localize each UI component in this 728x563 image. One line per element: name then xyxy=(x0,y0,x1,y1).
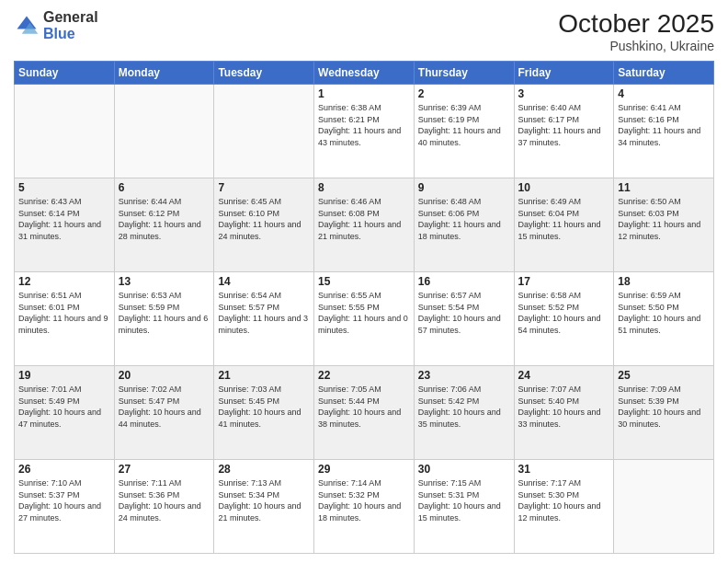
weekday-header: Wednesday xyxy=(314,62,415,85)
calendar-week-row: 5Sunrise: 6:43 AM Sunset: 6:14 PM Daylig… xyxy=(15,178,714,272)
day-info: Sunrise: 6:46 AM Sunset: 6:08 PM Dayligh… xyxy=(318,196,410,242)
day-number: 30 xyxy=(418,463,510,476)
calendar-week-row: 19Sunrise: 7:01 AM Sunset: 5:49 PM Dayli… xyxy=(15,366,714,460)
calendar-cell: 13Sunrise: 6:53 AM Sunset: 5:59 PM Dayli… xyxy=(114,272,214,366)
day-number: 31 xyxy=(518,463,610,476)
calendar-body: 1Sunrise: 6:38 AM Sunset: 6:21 PM Daylig… xyxy=(15,85,714,554)
day-number: 12 xyxy=(18,275,110,288)
day-info: Sunrise: 7:09 AM Sunset: 5:39 PM Dayligh… xyxy=(618,384,710,430)
logo: General Blue xyxy=(14,9,98,41)
day-info: Sunrise: 6:51 AM Sunset: 6:01 PM Dayligh… xyxy=(18,290,110,336)
logo-general: General xyxy=(43,9,98,25)
day-number: 14 xyxy=(218,275,310,288)
day-number: 24 xyxy=(518,369,610,382)
day-info: Sunrise: 7:14 AM Sunset: 5:32 PM Dayligh… xyxy=(318,477,410,523)
day-info: Sunrise: 6:39 AM Sunset: 6:19 PM Dayligh… xyxy=(418,102,510,148)
title-block: October 2025 Pushkino, Ukraine xyxy=(558,9,714,53)
day-info: Sunrise: 7:01 AM Sunset: 5:49 PM Dayligh… xyxy=(18,384,110,430)
day-number: 8 xyxy=(318,181,410,194)
calendar-cell: 1Sunrise: 6:38 AM Sunset: 6:21 PM Daylig… xyxy=(314,85,415,178)
calendar-cell: 6Sunrise: 6:44 AM Sunset: 6:12 PM Daylig… xyxy=(114,178,214,272)
calendar-cell: 23Sunrise: 7:06 AM Sunset: 5:42 PM Dayli… xyxy=(414,366,514,460)
day-info: Sunrise: 6:40 AM Sunset: 6:17 PM Dayligh… xyxy=(518,102,610,148)
calendar-cell: 21Sunrise: 7:03 AM Sunset: 5:45 PM Dayli… xyxy=(214,366,314,460)
day-info: Sunrise: 7:10 AM Sunset: 5:37 PM Dayligh… xyxy=(18,477,110,523)
calendar-cell: 7Sunrise: 6:45 AM Sunset: 6:10 PM Daylig… xyxy=(214,178,314,272)
calendar-cell: 19Sunrise: 7:01 AM Sunset: 5:49 PM Dayli… xyxy=(15,366,115,460)
day-number: 10 xyxy=(518,181,610,194)
calendar-week-row: 26Sunrise: 7:10 AM Sunset: 5:37 PM Dayli… xyxy=(15,460,714,554)
day-number: 7 xyxy=(218,181,310,194)
day-number: 4 xyxy=(618,87,710,100)
calendar-table: SundayMondayTuesdayWednesdayThursdayFrid… xyxy=(14,61,714,554)
day-info: Sunrise: 6:49 AM Sunset: 6:04 PM Dayligh… xyxy=(518,196,610,242)
day-info: Sunrise: 6:41 AM Sunset: 6:16 PM Dayligh… xyxy=(618,102,710,148)
day-number: 5 xyxy=(18,181,110,194)
day-number: 6 xyxy=(119,181,210,194)
day-info: Sunrise: 6:38 AM Sunset: 6:21 PM Dayligh… xyxy=(318,102,410,148)
logo-blue: Blue xyxy=(43,26,75,41)
weekday-header: Thursday xyxy=(414,62,514,85)
day-number: 9 xyxy=(418,181,510,194)
day-info: Sunrise: 7:05 AM Sunset: 5:44 PM Dayligh… xyxy=(318,384,410,430)
calendar-title: October 2025 xyxy=(558,9,714,39)
day-number: 13 xyxy=(119,275,210,288)
day-info: Sunrise: 6:44 AM Sunset: 6:12 PM Dayligh… xyxy=(119,196,210,242)
day-number: 28 xyxy=(218,463,310,476)
day-number: 23 xyxy=(418,369,510,382)
day-number: 16 xyxy=(418,275,510,288)
calendar-cell xyxy=(614,460,714,554)
calendar-cell: 8Sunrise: 6:46 AM Sunset: 6:08 PM Daylig… xyxy=(314,178,415,272)
calendar-subtitle: Pushkino, Ukraine xyxy=(558,39,714,53)
day-number: 15 xyxy=(318,275,410,288)
calendar-cell: 25Sunrise: 7:09 AM Sunset: 5:39 PM Dayli… xyxy=(614,366,714,460)
day-info: Sunrise: 7:02 AM Sunset: 5:47 PM Dayligh… xyxy=(119,384,210,430)
calendar-cell: 20Sunrise: 7:02 AM Sunset: 5:47 PM Dayli… xyxy=(114,366,214,460)
day-info: Sunrise: 7:15 AM Sunset: 5:31 PM Dayligh… xyxy=(418,477,510,523)
day-info: Sunrise: 6:54 AM Sunset: 5:57 PM Dayligh… xyxy=(218,290,310,336)
logo-icon xyxy=(14,13,40,39)
day-info: Sunrise: 6:43 AM Sunset: 6:14 PM Dayligh… xyxy=(18,196,110,242)
day-info: Sunrise: 6:48 AM Sunset: 6:06 PM Dayligh… xyxy=(418,196,510,242)
calendar-cell: 31Sunrise: 7:17 AM Sunset: 5:30 PM Dayli… xyxy=(514,460,614,554)
day-number: 21 xyxy=(218,369,310,382)
page: General Blue October 2025 Pushkino, Ukra… xyxy=(0,0,728,563)
calendar-week-row: 1Sunrise: 6:38 AM Sunset: 6:21 PM Daylig… xyxy=(15,85,714,178)
day-info: Sunrise: 7:07 AM Sunset: 5:40 PM Dayligh… xyxy=(518,384,610,430)
day-number: 17 xyxy=(518,275,610,288)
calendar-cell: 29Sunrise: 7:14 AM Sunset: 5:32 PM Dayli… xyxy=(314,460,415,554)
day-info: Sunrise: 6:59 AM Sunset: 5:50 PM Dayligh… xyxy=(618,290,710,336)
calendar-cell: 27Sunrise: 7:11 AM Sunset: 5:36 PM Dayli… xyxy=(114,460,214,554)
calendar-cell: 12Sunrise: 6:51 AM Sunset: 6:01 PM Dayli… xyxy=(15,272,115,366)
day-info: Sunrise: 7:03 AM Sunset: 5:45 PM Dayligh… xyxy=(218,384,310,430)
day-number: 27 xyxy=(119,463,210,476)
calendar-cell xyxy=(214,85,314,178)
day-number: 25 xyxy=(618,369,710,382)
day-number: 1 xyxy=(318,87,410,100)
calendar-cell: 11Sunrise: 6:50 AM Sunset: 6:03 PM Dayli… xyxy=(614,178,714,272)
weekday-header: Tuesday xyxy=(214,62,314,85)
day-number: 11 xyxy=(618,181,710,194)
day-number: 3 xyxy=(518,87,610,100)
day-info: Sunrise: 6:45 AM Sunset: 6:10 PM Dayligh… xyxy=(218,196,310,242)
weekday-header: Friday xyxy=(514,62,614,85)
weekday-header: Sunday xyxy=(15,62,115,85)
calendar-week-row: 12Sunrise: 6:51 AM Sunset: 6:01 PM Dayli… xyxy=(15,272,714,366)
day-number: 19 xyxy=(18,369,110,382)
day-info: Sunrise: 7:06 AM Sunset: 5:42 PM Dayligh… xyxy=(418,384,510,430)
header: General Blue October 2025 Pushkino, Ukra… xyxy=(14,9,714,53)
day-info: Sunrise: 6:57 AM Sunset: 5:54 PM Dayligh… xyxy=(418,290,510,336)
calendar-cell: 9Sunrise: 6:48 AM Sunset: 6:06 PM Daylig… xyxy=(414,178,514,272)
calendar-cell: 30Sunrise: 7:15 AM Sunset: 5:31 PM Dayli… xyxy=(414,460,514,554)
day-number: 26 xyxy=(18,463,110,476)
day-number: 2 xyxy=(418,87,510,100)
day-info: Sunrise: 7:17 AM Sunset: 5:30 PM Dayligh… xyxy=(518,477,610,523)
day-number: 22 xyxy=(318,369,410,382)
calendar-cell: 10Sunrise: 6:49 AM Sunset: 6:04 PM Dayli… xyxy=(514,178,614,272)
calendar-cell: 2Sunrise: 6:39 AM Sunset: 6:19 PM Daylig… xyxy=(414,85,514,178)
calendar-cell: 18Sunrise: 6:59 AM Sunset: 5:50 PM Dayli… xyxy=(614,272,714,366)
weekday-header-row: SundayMondayTuesdayWednesdayThursdayFrid… xyxy=(15,62,714,85)
calendar-cell: 4Sunrise: 6:41 AM Sunset: 6:16 PM Daylig… xyxy=(614,85,714,178)
weekday-header: Saturday xyxy=(614,62,714,85)
calendar-cell: 5Sunrise: 6:43 AM Sunset: 6:14 PM Daylig… xyxy=(15,178,115,272)
